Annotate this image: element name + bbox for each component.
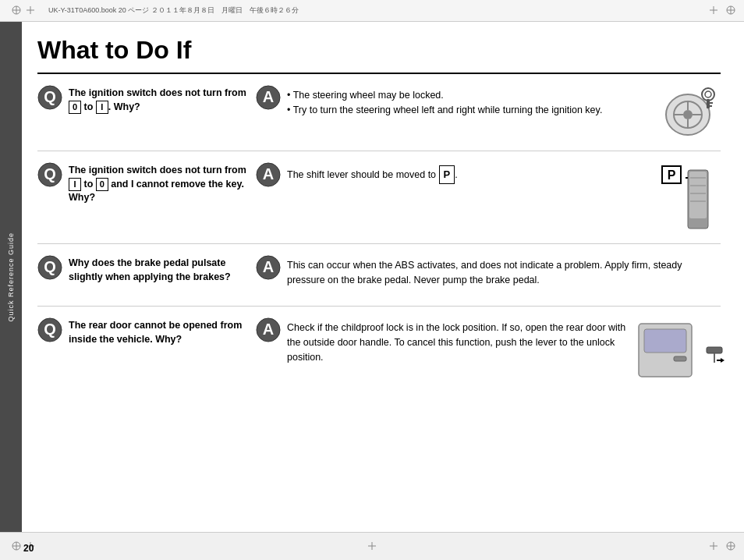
key-i: I xyxy=(96,101,108,114)
svg-rect-49 xyxy=(674,356,686,361)
page: UK-Y-31T0A600.book 20 ページ ２０１１年８月８日 月曜日 … xyxy=(0,0,744,560)
steering-wheel-image xyxy=(658,85,721,140)
a-icon-1: A xyxy=(256,85,281,110)
p-key: P xyxy=(439,165,455,184)
a-icon-3: A xyxy=(256,255,281,280)
svg-rect-33 xyxy=(689,172,707,218)
answer-text-4: Check if the childproof lock is in the l… xyxy=(287,317,629,364)
corner-cross-tr-icon xyxy=(725,5,736,16)
answer-with-image-2: The shift lever should be moved to P. P xyxy=(287,162,721,232)
qa-item-3: Q Why does the brake pedal pulsate sligh… xyxy=(37,244,721,307)
page-body: What to Do If Q The ignition switch does… xyxy=(22,22,744,532)
sidebar: Quick Reference Guide xyxy=(0,22,22,532)
page-title: What to Do If xyxy=(37,22,721,74)
svg-point-16 xyxy=(683,110,693,119)
svg-text:Q: Q xyxy=(44,88,56,105)
svg-text:A: A xyxy=(263,258,274,275)
sidebar-label: Quick Reference Guide xyxy=(7,232,15,322)
answer-block-4: A Check if the childproof lock is in the… xyxy=(256,317,721,380)
qa-item-2: Q The ignition switch does not turn from… xyxy=(37,151,721,244)
q-icon-4: Q xyxy=(37,317,62,342)
key-0-2: 0 xyxy=(96,178,108,191)
a-icon-4: A xyxy=(256,317,281,342)
q-icon-2: Q xyxy=(37,162,62,187)
question-text-2: The ignition switch does not turn from I… xyxy=(69,162,256,205)
svg-text:A: A xyxy=(263,165,274,183)
svg-rect-25 xyxy=(710,105,712,107)
question-text-4: The rear door cannot be opened from insi… xyxy=(69,317,256,346)
svg-text:P: P xyxy=(668,168,676,182)
svg-point-21 xyxy=(702,88,714,101)
svg-rect-50 xyxy=(707,347,722,353)
question-block-3: Q Why does the brake pedal pulsate sligh… xyxy=(37,255,256,284)
bottom-strip: 20 xyxy=(0,532,744,560)
answer-block-3: A This can occur when the ABS activates,… xyxy=(256,255,721,288)
corner-cross-tl-icon xyxy=(11,5,22,16)
qa-item-4: Q The rear door cannot be opened from in… xyxy=(37,307,721,391)
question-text-1: The ignition switch does not turn from 0… xyxy=(69,85,256,114)
question-text-3: Why does the brake pedal pulsate slightl… xyxy=(69,255,256,284)
answer-block-2: A The shift lever should be moved to P. xyxy=(256,162,721,232)
svg-marker-53 xyxy=(721,358,725,363)
svg-text:Q: Q xyxy=(44,258,56,275)
corner-cross-bl-icon xyxy=(11,541,22,551)
answer-block-1: A The steering wheel may be locked. Try … xyxy=(256,85,721,140)
svg-text:A: A xyxy=(263,88,274,105)
svg-point-22 xyxy=(705,91,711,97)
svg-text:A: A xyxy=(263,321,274,338)
cross-icon-bottom-center xyxy=(368,542,376,550)
question-block-1: Q The ignition switch does not turn from… xyxy=(37,85,256,114)
svg-text:Q: Q xyxy=(44,165,56,183)
cross-icon-br xyxy=(710,542,717,550)
door-image xyxy=(635,317,721,380)
a-icon-2: A xyxy=(256,162,281,187)
main-content: Quick Reference Guide What to Do If Q Th… xyxy=(0,22,744,532)
key-0: 0 xyxy=(69,101,81,114)
answer-text-3: This can occur when the ABS activates, a… xyxy=(287,255,721,288)
answer-text-1: The steering wheel may be locked. Try to… xyxy=(287,85,652,118)
shift-lever-image: P xyxy=(658,162,721,232)
q-icon-3: Q xyxy=(37,255,62,280)
svg-rect-48 xyxy=(644,329,686,353)
svg-text:Q: Q xyxy=(44,321,56,338)
question-block-4: Q The rear door cannot be opened from in… xyxy=(37,317,256,346)
question-block-2: Q The ignition switch does not turn from… xyxy=(37,162,256,205)
svg-rect-24 xyxy=(710,102,713,104)
answer-with-image-4: Check if the childproof lock is in the l… xyxy=(287,317,721,380)
key-i2: I xyxy=(69,178,81,191)
svg-rect-23 xyxy=(707,99,710,108)
cross-icon-tl xyxy=(27,6,34,14)
file-info: UK-Y-31T0A600.book 20 ページ ２０１１年８月８日 月曜日 … xyxy=(48,5,299,16)
answer-with-image-1: The steering wheel may be locked. Try to… xyxy=(287,85,721,140)
corner-cross-br-icon xyxy=(725,541,736,551)
page-number: 20 xyxy=(23,543,34,554)
q-icon-1: Q xyxy=(37,85,62,110)
answer-text-2: The shift lever should be moved to P. xyxy=(287,162,652,184)
cross-icon-tr xyxy=(710,6,717,14)
qa-item-1: Q The ignition switch does not turn from… xyxy=(37,74,721,151)
top-strip: UK-Y-31T0A600.book 20 ページ ２０１１年８月８日 月曜日 … xyxy=(0,0,744,22)
